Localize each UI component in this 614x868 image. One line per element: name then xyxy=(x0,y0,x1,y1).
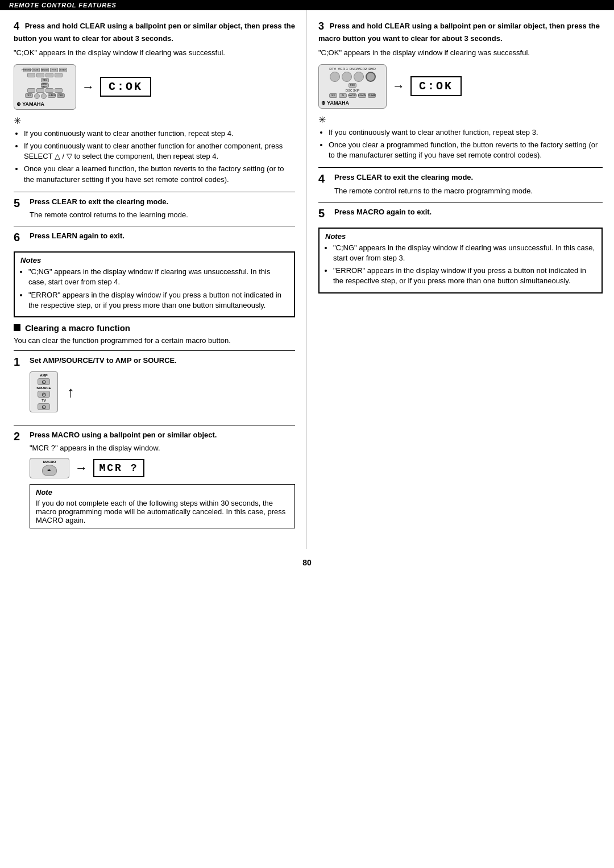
rb-d xyxy=(55,73,63,77)
macro-step2-heading: Press MACRO using a ballpoint pen or sim… xyxy=(30,430,295,440)
rb-disc-skip: DISC SKIP xyxy=(41,83,49,88)
right-step4-body: The remote control returns to the macro … xyxy=(334,187,603,195)
macro-step1-heading: Set AMP/SOURCE/TV to AMP or SOURCE. xyxy=(30,356,295,366)
right-step4-text: Press CLEAR to exit the clearing mode. xyxy=(334,173,473,181)
right-step3-bullet2: Once you clear a programmed function, th… xyxy=(329,140,603,160)
right-note1: "C;NG" appears in the display window if … xyxy=(333,243,596,263)
dtv-off: OFF xyxy=(329,93,337,98)
divider-left-5 xyxy=(14,192,295,192)
right-step5-number: 5 xyxy=(318,207,334,220)
dtv-rec: REC xyxy=(349,83,356,88)
header-title: REMOTE CONTROL FEATURES xyxy=(9,2,117,9)
divider-macro-1 xyxy=(14,350,295,351)
dtv-btn4 xyxy=(366,72,376,82)
yamaha-logo-right: ⊕ YAMAHA xyxy=(321,100,384,106)
dtv-clear: CLEAR xyxy=(368,93,376,98)
dtv-macro: MACRO xyxy=(349,93,356,98)
rb-stby: STBY xyxy=(59,68,67,72)
left-step4-text: Press and hold CLEAR using a ballpoint p… xyxy=(14,22,295,43)
page-number: 80 xyxy=(0,549,614,573)
rb-rec: REC xyxy=(41,78,49,82)
yamaha-logo-left: ⊕ YAMAHA xyxy=(16,101,73,107)
section-macro-title: Clearing a macro function xyxy=(25,323,130,333)
left-step5-heading: Press CLEAR to exit the clearing mode. xyxy=(30,197,295,207)
right-step5-block: 5 Press MACRO again to exit. xyxy=(318,207,603,221)
right-step3-heading: 3 Press and hold CLEAR using a ballpoint… xyxy=(318,19,603,44)
dtv-remote: DTV VCR 1 DVR/VCR2 DVD REC DISC SKI xyxy=(318,64,387,109)
right-step3-body: "C;OK" appears in the display window if … xyxy=(318,47,603,59)
macro-step2-text: Press MACRO using a ballpoint pen or sim… xyxy=(30,431,217,439)
right-step4-heading: Press CLEAR to exit the clearing mode. xyxy=(334,172,603,183)
left-step5-content: Press CLEAR to exit the clearing mode. T… xyxy=(30,197,295,219)
right-step3-number: 3 xyxy=(318,20,324,32)
amp-remote: AMP ⊙ SOURCE ⊙ TV ⊙ xyxy=(30,371,58,412)
rb-pregno: PREGNO xyxy=(23,68,31,72)
macro-remote-label: MACRO xyxy=(32,460,67,464)
tv-label: TV xyxy=(42,399,46,402)
left-step4-bullet3: Once you clear a learned function, the b… xyxy=(24,164,295,184)
left-step5-text: Press CLEAR to exit the clearing mode. xyxy=(30,197,168,206)
rb-round1 xyxy=(34,93,40,99)
macro-step1-number: 1 xyxy=(14,356,30,369)
rb-e1 xyxy=(27,88,35,93)
macro-step2-note-body: If you do not complete each of the follo… xyxy=(36,499,289,524)
macro-step2-note-title: Note xyxy=(36,488,289,497)
section-macro-body: You can clear the function programmed fo… xyxy=(14,336,295,345)
left-step4-body: "C;OK" appears in the display window if … xyxy=(14,47,295,59)
section-macro-heading: Clearing a macro function xyxy=(14,323,295,333)
amp-button: ⊙ xyxy=(38,378,50,385)
left-notes-title: Notes xyxy=(20,256,288,264)
right-step5-heading: Press MACRO again to exit. xyxy=(334,207,603,217)
right-step4-number: 4 xyxy=(318,172,334,185)
dtv-disc-skip: DISC SKIP xyxy=(321,89,384,92)
left-step6-number: 6 xyxy=(14,231,30,244)
right-step3-tip-icon: ✳ xyxy=(318,114,603,125)
macro-step1-block: 1 Set AMP/SOURCE/TV to AMP or SOURCE. AM… xyxy=(14,356,295,418)
macro-remote-img: MACRO ✒ xyxy=(30,458,69,478)
right-step3-bullets: If you continuously want to clear anothe… xyxy=(318,127,603,161)
rb-clear-l: CLR xyxy=(57,93,65,98)
rb-pts: PTS xyxy=(50,68,58,72)
right-notes-list: "C;NG" appears in the display window if … xyxy=(325,243,596,287)
right-step3-device-row: DTV VCR 1 DVR/VCR2 DVD REC DISC SKI xyxy=(318,64,603,109)
rb-a xyxy=(27,73,35,77)
left-step5-number: 5 xyxy=(14,197,30,210)
macro-step1-text: Set AMP/SOURCE/TV to AMP or SOURCE. xyxy=(30,356,177,365)
rb-e4 xyxy=(55,88,63,93)
main-content: 4 Press and hold CLEAR using a ballpoint… xyxy=(0,10,614,549)
left-step6-block: 6 Press LEARN again to exit. xyxy=(14,231,295,245)
dtv-learn: LEARN xyxy=(358,93,366,98)
rb-f1: OFF xyxy=(25,93,33,98)
left-column: 4 Press and hold CLEAR using a ballpoint… xyxy=(0,10,307,549)
rb-round2 xyxy=(41,93,47,99)
left-notes-box: Notes "C;NG" appears in the display wind… xyxy=(14,251,295,317)
rb-e2 xyxy=(36,88,44,93)
right-step4-block: 4 Press CLEAR to exit the clearing mode.… xyxy=(318,172,603,195)
macro-step2-body: "MCR ?" appears in the display window. xyxy=(30,444,295,452)
black-square-icon xyxy=(14,324,20,331)
divider-right-5 xyxy=(318,202,603,202)
left-note1: "C;NG" appears in the display window if … xyxy=(28,267,288,287)
left-step4-bullets: If you continuously want to clear anothe… xyxy=(14,129,295,185)
rb-c xyxy=(45,73,53,77)
macro-step2-note-box: Note If you do not complete each of the … xyxy=(30,484,295,528)
left-step6-text: Press LEARN again to exit. xyxy=(30,232,125,240)
left-step5-block: 5 Press CLEAR to exit the clearing mode.… xyxy=(14,197,295,219)
dtv-btn2 xyxy=(342,72,352,82)
rb-mode: MODE xyxy=(41,68,49,72)
display-ok-left: C:OK xyxy=(100,77,151,97)
source-button: ⊙ xyxy=(38,391,50,398)
right-column: 3 Press and hold CLEAR using a ballpoint… xyxy=(307,10,614,549)
header-bar: REMOTE CONTROL FEATURES xyxy=(0,0,614,10)
left-step4-heading: 4 Press and hold CLEAR using a ballpoint… xyxy=(14,19,295,44)
left-step6-heading: Press LEARN again to exit. xyxy=(30,231,295,241)
dtv-btn1 xyxy=(330,72,340,82)
left-step6-content: Press LEARN again to exit. xyxy=(30,231,295,245)
amp-device-row: AMP ⊙ SOURCE ⊙ TV ⊙ ↑ xyxy=(30,371,295,412)
right-notes-title: Notes xyxy=(325,232,596,241)
macro-button: ✒ xyxy=(42,465,57,476)
right-step5-content: Press MACRO again to exit. xyxy=(334,207,603,221)
arrow-left-step4: → xyxy=(82,80,94,94)
left-step4-bullet2: If you continuously want to clear anothe… xyxy=(24,141,295,162)
right-notes-box: Notes "C;NG" appears in the display wind… xyxy=(318,228,603,294)
